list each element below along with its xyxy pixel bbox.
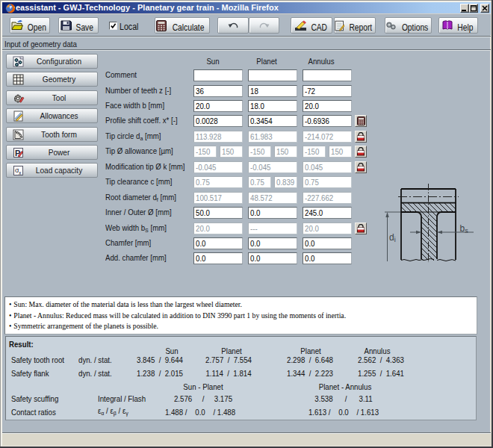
svg-text:bs: bs (460, 223, 469, 234)
svg-text:di: di (389, 232, 396, 243)
svg-text:x: x (19, 170, 22, 175)
